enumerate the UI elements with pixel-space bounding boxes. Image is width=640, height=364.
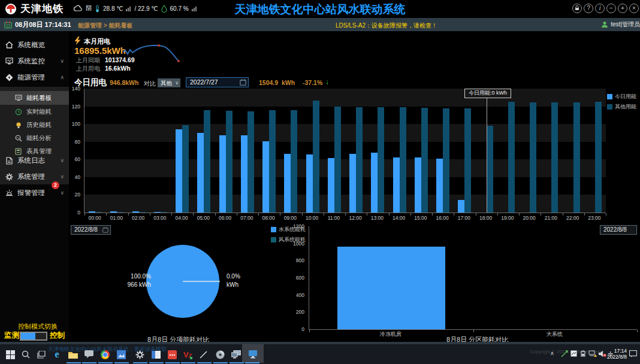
vz-app-icon[interactable]: VZ <box>182 349 193 360</box>
search-icon[interactable] <box>20 349 31 360</box>
active-monitor-app-icon[interactable] <box>247 349 258 360</box>
open-app-indicator <box>245 362 259 363</box>
user-icon <box>601 21 608 28</box>
hourly-bar <box>458 200 464 213</box>
compare-mode-select[interactable]: 其他 ∨ <box>158 78 180 87</box>
sidebar-item-realtime-energy[interactable]: 实时能耗 <box>0 105 69 119</box>
info-icon[interactable]: i <box>595 4 605 13</box>
control-mode-toggle[interactable] <box>20 332 47 341</box>
sidebar-item-label: 能耗看板 <box>26 94 52 102</box>
window-controls: ? i − + × <box>572 4 639 13</box>
red-app-icon[interactable] <box>167 349 177 360</box>
app-window-icon[interactable] <box>150 349 161 360</box>
photos-app-icon[interactable] <box>116 349 126 360</box>
trend-icon <box>192 6 197 11</box>
help-icon[interactable]: ? <box>584 4 593 13</box>
x-axis-label: 14:00 <box>388 215 410 221</box>
hourly-bar <box>291 110 297 213</box>
tooltip-guide-line <box>487 97 487 213</box>
clock-date: 2022/8/8 <box>607 354 627 360</box>
pen-tool-icon[interactable] <box>198 349 209 360</box>
sidebar-item-history-energy[interactable]: 历史能耗 <box>0 118 69 132</box>
pie-date-picker[interactable]: 2022/8/8 <box>71 225 111 235</box>
weather-condition: 阴 <box>86 4 92 13</box>
hourly-chart-plot <box>84 89 606 213</box>
pie-slice-value: kWh <box>227 281 240 289</box>
pie-label-right: 0.0% kWh <box>227 272 240 289</box>
tray-network-warning-icon[interactable] <box>588 350 597 359</box>
lightning-icon <box>74 37 81 45</box>
y-axis-label: 400 <box>289 292 304 298</box>
sidebar-item-energy-management[interactable]: 能源管理 ∧ <box>0 69 69 85</box>
tray-usb-icon[interactable] <box>561 350 568 359</box>
realtime-icon <box>14 108 22 116</box>
zone-date-value: 2022/8/8 <box>603 226 627 233</box>
logo: 天津地铁 <box>5 2 64 16</box>
breadcrumb[interactable]: 能源管理 > 能耗看板 <box>78 22 132 30</box>
open-app-indicator <box>114 362 129 363</box>
y-axis-label: 40 <box>67 174 80 180</box>
pie-slice-value: 966 kWh <box>96 281 151 289</box>
user-menu[interactable]: test|管理员 <box>601 20 640 29</box>
user-name: test|管理员 <box>611 20 640 29</box>
sidebar-item-system-log[interactable]: 系统日志 ∨ <box>0 153 69 168</box>
hourly-bar <box>328 158 334 213</box>
taskbar-clock[interactable]: 17:14 2022/8/8 <box>607 348 627 360</box>
tray-chevron-up-icon[interactable]: ∧ <box>550 350 554 356</box>
sidebar-item-alarm-management[interactable]: 报警管理 2 ∨ <box>0 185 69 201</box>
legend-label: 今日用能 <box>615 93 636 101</box>
x-axis-label: 09:00 <box>279 215 301 221</box>
pie-label-left: 100.0% 966 kWh <box>96 272 151 289</box>
sidebar-item-system-overview[interactable]: 系统概览 <box>0 37 69 53</box>
info-bar: 08月08日 17:14:31 能源管理 > 能耗看板 LDS/LS-A2：设备… <box>0 18 640 31</box>
compare-unit: kWh <box>282 79 295 86</box>
tray-app-icon[interactable] <box>570 350 577 358</box>
internet-explorer-icon[interactable]: e <box>52 349 62 360</box>
chart-tooltip: 今日用能:0 kWh <box>464 89 511 98</box>
settings-gear-icon[interactable] <box>134 349 145 360</box>
y-axis-label: 800 <box>289 257 304 263</box>
temp-low: / 22.9 ℃ <box>134 5 158 12</box>
hourly-bar <box>306 154 313 213</box>
calendar-icon <box>102 227 108 233</box>
compare-date-input[interactable]: 2022/7/27 <box>186 77 249 87</box>
hourly-bar <box>219 135 226 213</box>
minimize-icon[interactable]: − <box>606 4 616 13</box>
alarm-icon <box>5 189 13 197</box>
x-axis-label: 13:00 <box>366 215 388 221</box>
display-settings-icon[interactable] <box>231 349 241 360</box>
hourly-bar <box>487 126 493 213</box>
zone-bar <box>337 247 445 330</box>
zone-date-picker[interactable]: 2022/8/8 <box>600 225 637 235</box>
sidebar-item-energy-dashboard[interactable]: 能耗看板 <box>0 91 69 105</box>
sidebar-item-label: 能耗分析 <box>26 134 52 142</box>
hourly-chart-legend[interactable]: 今日用能 其他用能 <box>607 93 636 113</box>
monitor-icon <box>5 57 13 65</box>
disc-app-icon[interactable] <box>215 349 225 360</box>
notification-center-icon[interactable] <box>629 350 637 359</box>
sidebar-item-energy-analysis[interactable]: 能耗分析 <box>0 131 69 145</box>
close-icon[interactable]: × <box>629 4 639 13</box>
y-axis-label: 0 <box>67 210 80 216</box>
hourly-bar <box>241 135 247 213</box>
tray-battery-icon[interactable] <box>579 350 587 358</box>
thermometer-icon <box>95 5 100 13</box>
tray-volume-muted-icon[interactable] <box>599 350 606 359</box>
chat-app-icon[interactable] <box>83 349 94 360</box>
page-title: 天津地铁文化中心站风水联动系统 <box>235 2 406 17</box>
y-axis-label: 140 <box>67 86 80 92</box>
x-axis-label: 18:00 <box>475 215 497 221</box>
start-button[interactable] <box>5 349 16 360</box>
delta-percent: -37.1% <box>303 79 322 86</box>
hourly-bar <box>371 153 378 213</box>
file-explorer-icon[interactable] <box>68 349 79 360</box>
legend-swatch <box>271 227 276 232</box>
hourly-bar <box>551 102 558 213</box>
maximize-icon[interactable]: + <box>618 4 627 13</box>
sidebar-item-system-settings[interactable]: 系统管理 ∨ <box>0 169 69 184</box>
pie-slice-pct: 0.0% <box>227 272 240 281</box>
task-view-icon[interactable] <box>36 349 47 360</box>
lock-icon[interactable] <box>572 4 582 13</box>
sidebar-item-system-monitor[interactable]: 系统监控 ∨ <box>0 53 69 69</box>
chrome-icon[interactable] <box>99 349 110 360</box>
